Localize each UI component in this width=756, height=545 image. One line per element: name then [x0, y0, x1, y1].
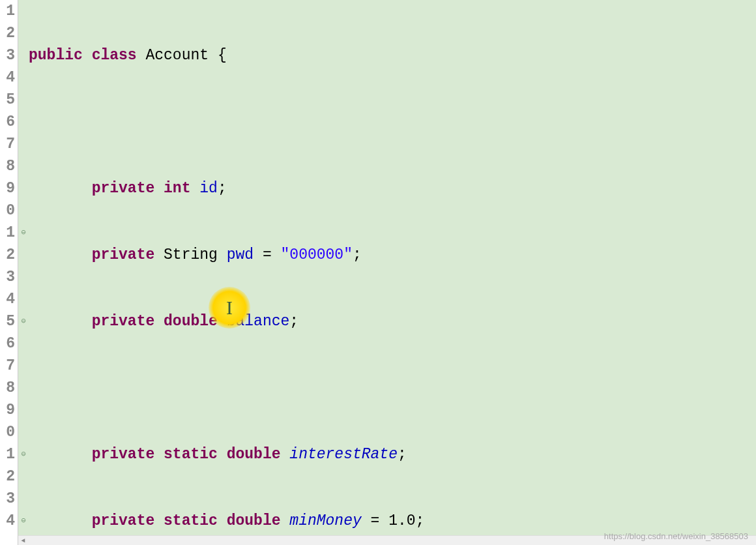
line-number: 3: [0, 266, 15, 288]
code-area[interactable]: public class Account { private int id; p…: [29, 0, 756, 545]
line-number: 2: [0, 465, 15, 488]
code-line: private int id;: [29, 177, 756, 199]
line-number: 1: [0, 222, 15, 244]
line-number: 4: [0, 510, 15, 532]
line-number: 5: [0, 89, 15, 111]
line-number: 1: [0, 443, 15, 465]
line-number: 3: [0, 488, 15, 510]
code-line: private String pwd = "000000";: [29, 244, 756, 266]
line-number: 1: [0, 0, 15, 22]
fold-marker-column: ⊖ ⊖ ⊖ ⊖: [18, 0, 29, 545]
line-number: 9: [0, 177, 15, 199]
line-number: 8: [0, 377, 15, 399]
code-line: private static double interestRate;: [29, 443, 756, 465]
line-number: 6: [0, 332, 15, 355]
line-number: 6: [0, 111, 15, 133]
line-number: 8: [0, 155, 15, 177]
code-editor: 1 2 3 4 5 6 7 8 9 0 1 2 3 4 5 6 7 8 9 0 …: [0, 0, 756, 545]
fold-icon[interactable]: ⊖: [18, 310, 29, 332]
code-line: [29, 111, 756, 133]
line-number: 3: [0, 44, 15, 66]
fold-icon[interactable]: ⊖: [18, 222, 29, 244]
fold-icon[interactable]: ⊖: [18, 510, 29, 532]
code-line: [29, 377, 756, 399]
line-number: 9: [0, 399, 15, 421]
line-number: 7: [0, 355, 15, 377]
fold-icon[interactable]: ⊖: [18, 443, 29, 465]
line-number: 2: [0, 244, 15, 266]
line-number: 0: [0, 421, 15, 443]
line-number: 0: [0, 199, 15, 222]
scroll-left-icon[interactable]: ◄: [18, 537, 28, 545]
code-line: public class Account {: [29, 44, 756, 66]
code-line: private static double minMoney = 1.0;: [29, 510, 756, 532]
line-number: 4: [0, 66, 15, 89]
code-line: private double balance;: [29, 310, 756, 332]
line-number-gutter: 1 2 3 4 5 6 7 8 9 0 1 2 3 4 5 6 7 8 9 0 …: [0, 0, 18, 545]
line-number: 7: [0, 133, 15, 155]
line-number: 5: [0, 310, 15, 332]
line-number: 2: [0, 22, 15, 44]
line-number: 4: [0, 288, 15, 310]
watermark-text: https://blog.csdn.net/weixin_38568503: [604, 531, 748, 541]
